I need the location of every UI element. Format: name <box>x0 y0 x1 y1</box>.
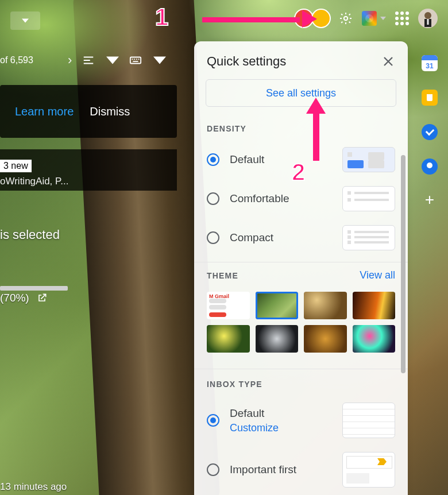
truncated-text: oWritingAid, P... <box>0 176 68 187</box>
presence-chip[interactable] <box>312 10 330 27</box>
keep-app-icon[interactable] <box>422 90 438 106</box>
svg-rect-1 <box>130 57 141 64</box>
option-label: Default <box>230 407 332 420</box>
density-option-default[interactable]: Default <box>194 140 408 179</box>
selection-status: is selected <box>0 227 60 242</box>
option-label: Default <box>230 153 332 166</box>
theme-thumb-lava[interactable] <box>353 292 396 319</box>
inbox-option-important[interactable]: Important first <box>194 445 408 494</box>
text-align-icon[interactable] <box>82 53 96 67</box>
google-logo-icon[interactable] <box>362 11 377 26</box>
theme-thumb-autumn[interactable] <box>304 325 347 353</box>
radio-icon <box>207 463 219 476</box>
scrollbar[interactable] <box>401 155 405 373</box>
radio-icon <box>207 192 219 205</box>
inbox-preview <box>342 452 395 488</box>
inbox-option-default[interactable]: Default Customize <box>194 396 408 445</box>
keyboard-icon[interactable] <box>129 53 143 67</box>
open-in-new-icon[interactable] <box>36 292 48 304</box>
header-dropdown[interactable] <box>10 11 40 30</box>
presence-chip[interactable] <box>295 10 312 27</box>
radio-icon <box>207 414 219 427</box>
close-icon <box>381 55 395 68</box>
quick-settings-panel: Quick settings See all settings DENSITY … <box>194 41 408 495</box>
density-preview <box>342 225 395 250</box>
panel-title: Quick settings <box>207 54 286 69</box>
option-label: Comfortable <box>230 192 332 205</box>
section-label-density: DENSITY <box>194 118 408 140</box>
timestamp: 13 minutes ago <box>0 481 67 493</box>
learn-more-link[interactable]: Learn more <box>15 105 74 118</box>
tasks-app-icon[interactable] <box>422 124 438 140</box>
chevron-down-icon <box>22 17 29 24</box>
account-avatar[interactable] <box>418 9 438 28</box>
svg-point-0 <box>344 17 347 20</box>
pagination-count: of 6,593 <box>0 55 33 65</box>
chevron-right-icon[interactable]: › <box>68 53 72 68</box>
density-preview <box>342 186 395 211</box>
add-app-icon[interactable]: + <box>422 193 438 209</box>
density-option-comfortable[interactable]: Comfortable <box>194 179 408 218</box>
new-badge: 3 new <box>0 160 32 172</box>
progress-bar <box>0 286 68 291</box>
theme-thumb-chess[interactable] <box>304 292 347 319</box>
settings-gear-icon[interactable] <box>339 11 353 25</box>
density-option-compact[interactable]: Compact <box>194 218 408 257</box>
theme-thumb-light[interactable] <box>207 292 250 319</box>
calendar-app-icon[interactable] <box>422 55 438 71</box>
theme-thumb-bokeh[interactable] <box>353 325 396 353</box>
toolbar-nav: › <box>68 53 166 68</box>
customize-link[interactable]: Customize <box>230 422 332 434</box>
radio-icon <box>207 153 219 166</box>
close-button[interactable] <box>381 55 395 68</box>
density-preview <box>342 147 395 172</box>
see-all-settings-button[interactable]: See all settings <box>206 79 396 107</box>
theme-thumb-spheres[interactable] <box>256 325 299 353</box>
radio-icon <box>207 231 219 244</box>
theme-view-all-link[interactable]: View all <box>360 269 395 281</box>
app-header <box>0 0 448 37</box>
notice-bar: Learn more Dismiss <box>0 85 177 138</box>
contacts-app-icon[interactable] <box>422 158 438 175</box>
google-apps-icon[interactable] <box>395 11 409 25</box>
percent-label: (70%) <box>0 292 48 304</box>
section-label-theme: THEME <box>207 271 238 280</box>
theme-thumb-forest[interactable] <box>256 292 299 319</box>
side-panel: + <box>418 55 441 209</box>
chevron-down-icon[interactable] <box>153 54 166 67</box>
theme-grid <box>194 288 408 364</box>
dismiss-button[interactable]: Dismiss <box>90 105 130 118</box>
theme-thumb-leaf[interactable] <box>207 325 250 353</box>
chevron-down-icon[interactable] <box>106 54 119 67</box>
option-label: Compact <box>230 231 332 244</box>
chevron-down-icon <box>380 17 386 20</box>
inbox-preview <box>342 403 395 438</box>
option-label: Important first <box>230 463 332 476</box>
section-label-inbox: INBOX TYPE <box>194 374 408 396</box>
